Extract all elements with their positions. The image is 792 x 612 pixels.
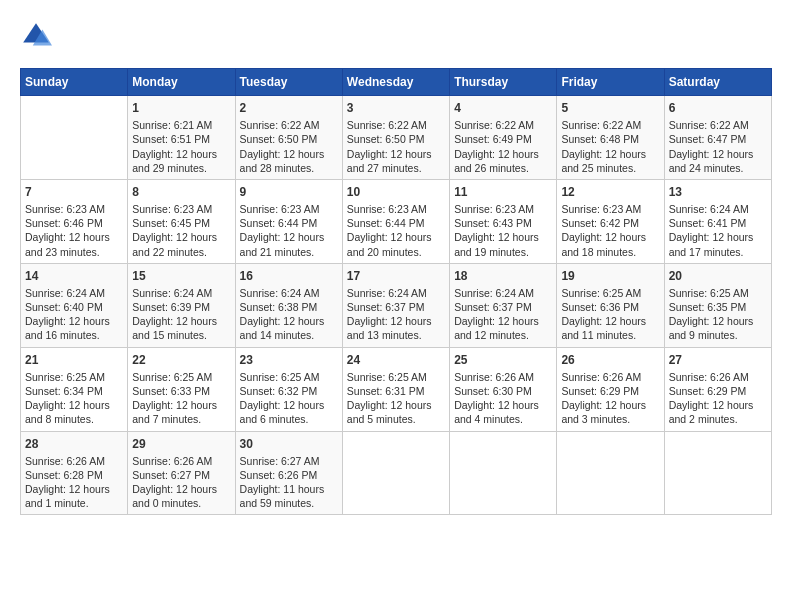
weekday-header-row: SundayMondayTuesdayWednesdayThursdayFrid… [21,69,772,96]
day-info: Sunrise: 6:24 AM Sunset: 6:41 PM Dayligh… [669,202,767,259]
day-number: 16 [240,268,338,284]
calendar-cell: 17Sunrise: 6:24 AM Sunset: 6:37 PM Dayli… [342,263,449,347]
calendar-cell: 3Sunrise: 6:22 AM Sunset: 6:50 PM Daylig… [342,96,449,180]
day-info: Sunrise: 6:22 AM Sunset: 6:50 PM Dayligh… [347,118,445,175]
day-number: 10 [347,184,445,200]
calendar-cell: 8Sunrise: 6:23 AM Sunset: 6:45 PM Daylig… [128,179,235,263]
day-number: 9 [240,184,338,200]
day-number: 11 [454,184,552,200]
day-info: Sunrise: 6:26 AM Sunset: 6:27 PM Dayligh… [132,454,230,511]
day-info: Sunrise: 6:25 AM Sunset: 6:32 PM Dayligh… [240,370,338,427]
day-info: Sunrise: 6:24 AM Sunset: 6:38 PM Dayligh… [240,286,338,343]
day-number: 18 [454,268,552,284]
day-info: Sunrise: 6:26 AM Sunset: 6:28 PM Dayligh… [25,454,123,511]
weekday-header-tuesday: Tuesday [235,69,342,96]
day-info: Sunrise: 6:24 AM Sunset: 6:37 PM Dayligh… [454,286,552,343]
day-info: Sunrise: 6:27 AM Sunset: 6:26 PM Dayligh… [240,454,338,511]
day-number: 30 [240,436,338,452]
weekday-header-wednesday: Wednesday [342,69,449,96]
day-number: 24 [347,352,445,368]
day-number: 17 [347,268,445,284]
day-info: Sunrise: 6:24 AM Sunset: 6:39 PM Dayligh… [132,286,230,343]
day-number: 14 [25,268,123,284]
calendar-cell: 22Sunrise: 6:25 AM Sunset: 6:33 PM Dayli… [128,347,235,431]
day-number: 6 [669,100,767,116]
day-info: Sunrise: 6:23 AM Sunset: 6:45 PM Dayligh… [132,202,230,259]
day-number: 4 [454,100,552,116]
calendar-week-row: 28Sunrise: 6:26 AM Sunset: 6:28 PM Dayli… [21,431,772,515]
calendar-cell [450,431,557,515]
calendar-cell: 20Sunrise: 6:25 AM Sunset: 6:35 PM Dayli… [664,263,771,347]
calendar-cell: 12Sunrise: 6:23 AM Sunset: 6:42 PM Dayli… [557,179,664,263]
calendar-cell [342,431,449,515]
calendar-cell: 30Sunrise: 6:27 AM Sunset: 6:26 PM Dayli… [235,431,342,515]
day-number: 2 [240,100,338,116]
day-info: Sunrise: 6:26 AM Sunset: 6:30 PM Dayligh… [454,370,552,427]
calendar-cell: 26Sunrise: 6:26 AM Sunset: 6:29 PM Dayli… [557,347,664,431]
day-number: 23 [240,352,338,368]
calendar-cell: 27Sunrise: 6:26 AM Sunset: 6:29 PM Dayli… [664,347,771,431]
day-number: 15 [132,268,230,284]
day-info: Sunrise: 6:26 AM Sunset: 6:29 PM Dayligh… [669,370,767,427]
calendar-cell [557,431,664,515]
day-number: 20 [669,268,767,284]
day-number: 19 [561,268,659,284]
day-info: Sunrise: 6:23 AM Sunset: 6:42 PM Dayligh… [561,202,659,259]
calendar-cell: 6Sunrise: 6:22 AM Sunset: 6:47 PM Daylig… [664,96,771,180]
day-number: 22 [132,352,230,368]
day-number: 29 [132,436,230,452]
weekday-header-sunday: Sunday [21,69,128,96]
day-number: 12 [561,184,659,200]
day-number: 3 [347,100,445,116]
day-info: Sunrise: 6:25 AM Sunset: 6:34 PM Dayligh… [25,370,123,427]
day-info: Sunrise: 6:26 AM Sunset: 6:29 PM Dayligh… [561,370,659,427]
calendar-week-row: 7Sunrise: 6:23 AM Sunset: 6:46 PM Daylig… [21,179,772,263]
calendar-cell: 1Sunrise: 6:21 AM Sunset: 6:51 PM Daylig… [128,96,235,180]
calendar-cell: 4Sunrise: 6:22 AM Sunset: 6:49 PM Daylig… [450,96,557,180]
calendar-cell: 25Sunrise: 6:26 AM Sunset: 6:30 PM Dayli… [450,347,557,431]
page-header [20,20,772,52]
calendar-cell: 14Sunrise: 6:24 AM Sunset: 6:40 PM Dayli… [21,263,128,347]
day-number: 13 [669,184,767,200]
calendar-cell: 15Sunrise: 6:24 AM Sunset: 6:39 PM Dayli… [128,263,235,347]
calendar-week-row: 14Sunrise: 6:24 AM Sunset: 6:40 PM Dayli… [21,263,772,347]
calendar-cell: 23Sunrise: 6:25 AM Sunset: 6:32 PM Dayli… [235,347,342,431]
calendar-table: SundayMondayTuesdayWednesdayThursdayFrid… [20,68,772,515]
calendar-cell: 7Sunrise: 6:23 AM Sunset: 6:46 PM Daylig… [21,179,128,263]
calendar-cell: 5Sunrise: 6:22 AM Sunset: 6:48 PM Daylig… [557,96,664,180]
day-info: Sunrise: 6:23 AM Sunset: 6:43 PM Dayligh… [454,202,552,259]
day-info: Sunrise: 6:23 AM Sunset: 6:46 PM Dayligh… [25,202,123,259]
weekday-header-thursday: Thursday [450,69,557,96]
calendar-cell: 11Sunrise: 6:23 AM Sunset: 6:43 PM Dayli… [450,179,557,263]
day-info: Sunrise: 6:22 AM Sunset: 6:48 PM Dayligh… [561,118,659,175]
day-info: Sunrise: 6:22 AM Sunset: 6:47 PM Dayligh… [669,118,767,175]
day-info: Sunrise: 6:23 AM Sunset: 6:44 PM Dayligh… [240,202,338,259]
day-info: Sunrise: 6:25 AM Sunset: 6:35 PM Dayligh… [669,286,767,343]
day-info: Sunrise: 6:24 AM Sunset: 6:40 PM Dayligh… [25,286,123,343]
weekday-header-monday: Monday [128,69,235,96]
day-number: 21 [25,352,123,368]
day-number: 26 [561,352,659,368]
calendar-cell: 24Sunrise: 6:25 AM Sunset: 6:31 PM Dayli… [342,347,449,431]
calendar-cell: 21Sunrise: 6:25 AM Sunset: 6:34 PM Dayli… [21,347,128,431]
day-number: 25 [454,352,552,368]
calendar-cell [21,96,128,180]
weekday-header-friday: Friday [557,69,664,96]
day-info: Sunrise: 6:23 AM Sunset: 6:44 PM Dayligh… [347,202,445,259]
calendar-week-row: 21Sunrise: 6:25 AM Sunset: 6:34 PM Dayli… [21,347,772,431]
day-number: 27 [669,352,767,368]
calendar-cell: 28Sunrise: 6:26 AM Sunset: 6:28 PM Dayli… [21,431,128,515]
day-number: 8 [132,184,230,200]
calendar-cell: 13Sunrise: 6:24 AM Sunset: 6:41 PM Dayli… [664,179,771,263]
day-info: Sunrise: 6:21 AM Sunset: 6:51 PM Dayligh… [132,118,230,175]
calendar-cell: 19Sunrise: 6:25 AM Sunset: 6:36 PM Dayli… [557,263,664,347]
calendar-cell: 9Sunrise: 6:23 AM Sunset: 6:44 PM Daylig… [235,179,342,263]
day-info: Sunrise: 6:25 AM Sunset: 6:33 PM Dayligh… [132,370,230,427]
day-number: 1 [132,100,230,116]
calendar-cell: 2Sunrise: 6:22 AM Sunset: 6:50 PM Daylig… [235,96,342,180]
day-info: Sunrise: 6:22 AM Sunset: 6:50 PM Dayligh… [240,118,338,175]
weekday-header-saturday: Saturday [664,69,771,96]
day-number: 7 [25,184,123,200]
calendar-cell: 18Sunrise: 6:24 AM Sunset: 6:37 PM Dayli… [450,263,557,347]
calendar-cell: 10Sunrise: 6:23 AM Sunset: 6:44 PM Dayli… [342,179,449,263]
